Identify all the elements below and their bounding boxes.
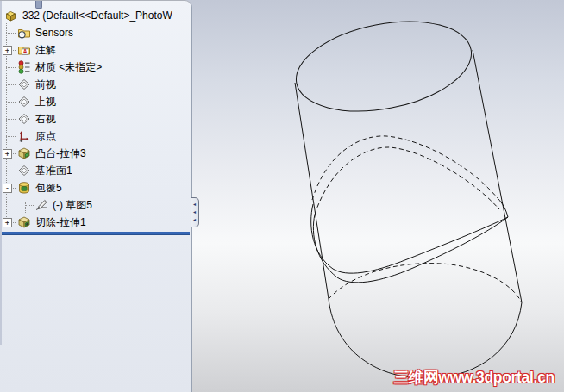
tree-item-label: 基准面1 [35, 164, 72, 178]
material-icon [17, 60, 31, 74]
plane-icon [17, 78, 31, 91]
tree-item-label: 原点 [35, 129, 56, 144]
model-edge-silhouette-left[interactable] [295, 83, 329, 299]
tree-item-label: (-) 草图5 [53, 198, 92, 213]
collapse-arrow-icon: ◂ [193, 216, 196, 224]
model-edge-wrap-back-bottom[interactable] [315, 147, 499, 215]
panel-collapse-tab[interactable]: ◂ ◂ ◂ [191, 197, 199, 227]
tree-item-label: 右视 [35, 112, 56, 127]
tree-item-part-root[interactable]: 332 (Default<<Default>_PhotoW [0, 7, 191, 24]
feature-tree: 332 (Default<<Default>_PhotoW Sensors + [0, 7, 191, 231]
tree-item-sketch5[interactable]: (-) 草图5 [0, 196, 191, 214]
wrap-icon [17, 181, 31, 195]
model-edge-wrap-front-top[interactable] [311, 204, 508, 273]
tree-item-label: 前视 [35, 78, 56, 92]
tree-item-label: Sensors [35, 27, 73, 39]
tree-item-origin[interactable]: 原点 [0, 128, 191, 145]
model-edge-top-face[interactable] [289, 8, 479, 125]
tree-item-label: 332 (Default<<Default>_PhotoW [22, 9, 172, 22]
tree-item-boss-extrude3[interactable]: + 凸台-拉伸3 [0, 145, 191, 162]
tree-item-material[interactable]: 材质 <未指定> [0, 59, 191, 76]
solidworks-window: 三维网www.3dportal.cn 332 (Default<<Default… [0, 0, 564, 392]
expand-icon[interactable]: + [3, 149, 12, 159]
tree-item-sensors[interactable]: Sensors [0, 24, 191, 41]
part-icon [3, 9, 18, 22]
tree-item-label: 包覆5 [35, 181, 62, 196]
model-edge-silhouette-right[interactable] [473, 50, 522, 302]
watermark: 三维网www.3dportal.cn [394, 367, 555, 388]
plane-icon [17, 95, 31, 109]
feature-manager-panel: 332 (Default<<Default>_PhotoW Sensors + [0, 0, 192, 392]
boss-extrude-icon [17, 146, 31, 160]
svg-text:A: A [23, 48, 28, 54]
rollback-bar[interactable] [2, 232, 190, 235]
tree-item-annotations[interactable]: + A 注解 [0, 41, 191, 59]
model-edge-wrap-tip[interactable] [498, 198, 508, 217]
model-edge-wrap-back-top[interactable] [312, 136, 498, 200]
tree-item-label: 切除-拉伸1 [35, 215, 86, 230]
tree-item-cut-extrude1[interactable]: + 切除-拉伸1 [0, 214, 191, 231]
sensors-icon [17, 26, 31, 40]
plane-icon [17, 112, 31, 126]
expand-icon[interactable]: + [3, 218, 12, 227]
plane-icon [17, 164, 31, 177]
tree-item-label: 凸台-拉伸3 [35, 146, 86, 161]
tree-item-front-plane[interactable]: 前视 [0, 76, 191, 93]
sketch-icon [34, 198, 48, 212]
tree-item-label: 注解 [35, 43, 56, 58]
cut-extrude-icon [17, 215, 31, 229]
tree-item-wrap5[interactable]: - 包覆5 [0, 179, 191, 196]
collapse-arrow-icon: ◂ [193, 208, 196, 216]
collapse-arrow-icon: ◂ [193, 201, 196, 208]
tree-item-label: 材质 <未指定> [35, 60, 102, 75]
origin-icon [17, 129, 31, 143]
tree-item-label: 上视 [35, 95, 56, 109]
tree-item-plane1[interactable]: 基准面1 [0, 162, 191, 179]
tree-item-right-plane[interactable]: 右视 [0, 110, 191, 128]
collapse-icon[interactable]: - [3, 184, 12, 193]
annotations-icon: A [17, 43, 31, 57]
expand-icon[interactable]: + [3, 46, 12, 55]
tree-item-top-plane[interactable]: 上视 [0, 93, 191, 110]
